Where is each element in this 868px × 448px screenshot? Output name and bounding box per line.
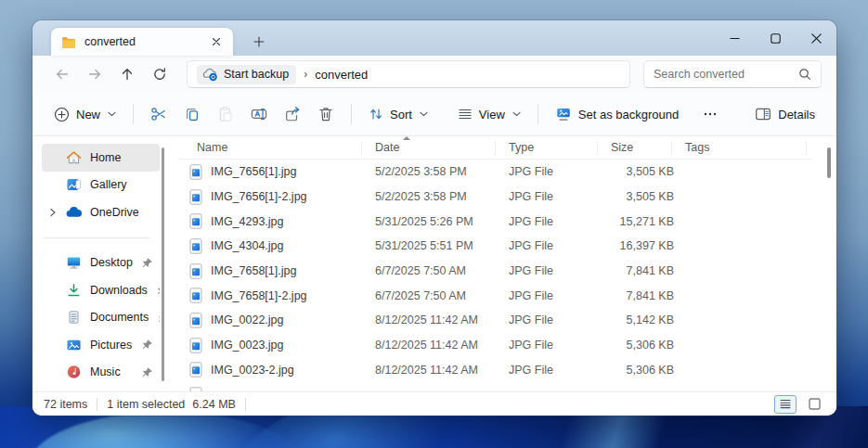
thumbnail-view-toggle[interactable] bbox=[803, 395, 825, 414]
toolbar-separator bbox=[538, 104, 538, 124]
cut-icon bbox=[150, 106, 167, 122]
column-header-date[interactable]: Date bbox=[368, 136, 501, 159]
jpg-file-icon bbox=[189, 189, 202, 205]
refresh-button[interactable] bbox=[145, 60, 174, 88]
copy-button[interactable] bbox=[175, 99, 209, 129]
address-bar[interactable]: Start backup › converted bbox=[187, 60, 630, 88]
command-bar: New Sort View bbox=[32, 93, 836, 136]
file-date-cell: 5/31/2025 5:51 PM bbox=[368, 239, 501, 252]
toolbar-separator bbox=[351, 104, 352, 124]
sidebar-item-onedrive[interactable]: OneDrive bbox=[42, 198, 160, 226]
file-row[interactable]: IMG_0022.jpg8/12/2025 11:42 AMJPG File5,… bbox=[178, 308, 812, 333]
sidebar-item-home[interactable]: Home bbox=[42, 144, 160, 172]
main-area: HomeGalleryOneDriveDesktopDownloadsDocum… bbox=[32, 136, 836, 391]
file-row[interactable]: IMG_0023.jpg8/12/2025 11:42 AMJPG File5,… bbox=[178, 333, 812, 358]
sidebar-item-label: Home bbox=[90, 151, 153, 164]
column-headers: NameDateTypeSizeTags bbox=[178, 136, 812, 160]
column-header-size[interactable]: Size bbox=[603, 136, 678, 159]
onedrive-sync-icon bbox=[202, 68, 218, 82]
file-date-cell: 8/12/2025 11:42 AM bbox=[368, 314, 501, 326]
file-date-cell: 5/31/2025 5:26 PM bbox=[368, 215, 501, 228]
jpg-file-icon bbox=[189, 387, 202, 391]
file-type-cell: JPG File bbox=[501, 165, 603, 178]
list-scrollbar[interactable] bbox=[827, 142, 831, 365]
tab-close-icon[interactable] bbox=[207, 32, 226, 51]
sidebar: HomeGalleryOneDriveDesktopDownloadsDocum… bbox=[32, 136, 160, 391]
sort-button[interactable]: Sort bbox=[360, 100, 436, 128]
up-button[interactable] bbox=[112, 60, 141, 88]
items-count: 72 items bbox=[44, 398, 87, 411]
column-header-label: Date bbox=[375, 141, 399, 154]
new-tab-button[interactable] bbox=[248, 32, 270, 52]
see-more-button[interactable] bbox=[694, 100, 726, 128]
sort-button-label: Sort bbox=[390, 108, 412, 122]
onedrive-icon bbox=[66, 204, 82, 220]
share-icon bbox=[284, 106, 301, 122]
sidebar-item-downloads[interactable]: Downloads bbox=[42, 276, 160, 304]
ellipsis-icon bbox=[703, 107, 718, 122]
breadcrumb-current[interactable]: converted bbox=[315, 68, 368, 82]
tab-title: converted bbox=[84, 35, 207, 48]
jpg-file-icon bbox=[189, 362, 202, 378]
sidebar-item-gallery[interactable]: Gallery bbox=[42, 172, 160, 199]
onedrive-backup-chip[interactable]: Start backup bbox=[197, 65, 296, 84]
set-background-icon bbox=[555, 106, 572, 122]
close-button[interactable] bbox=[796, 20, 836, 56]
file-type-cell: JPG File bbox=[501, 264, 603, 277]
sidebar-scrollbar-thumb[interactable] bbox=[162, 147, 164, 381]
details-pane-button[interactable]: Details bbox=[746, 99, 823, 129]
file-row[interactable]: IMG_4293.jpg5/31/2025 5:26 PMJPG File15,… bbox=[178, 209, 812, 234]
file-name: IMG_4304.jpg bbox=[211, 239, 284, 252]
search-placeholder: Search converted bbox=[654, 68, 793, 81]
file-row[interactable]: IMG_7658[1].jpg6/7/2025 7:50 AMJPG File7… bbox=[178, 259, 812, 284]
column-header-tags[interactable]: Tags bbox=[678, 136, 812, 159]
forward-button[interactable] bbox=[80, 60, 109, 88]
explorer-tab[interactable]: converted bbox=[51, 28, 233, 56]
search-box[interactable]: Search converted bbox=[643, 60, 822, 88]
sidebar-item-label: Downloads bbox=[90, 284, 148, 297]
sidebar-item-label: Gallery bbox=[90, 178, 153, 191]
file-row[interactable]: IMG_0023-2.jpg8/12/2025 11:42 AMJPG File… bbox=[178, 358, 812, 383]
downloads-icon bbox=[66, 282, 82, 298]
toolbar-separator bbox=[133, 104, 134, 124]
share-button[interactable] bbox=[276, 99, 309, 129]
sidebar-scrollbar[interactable] bbox=[160, 136, 167, 391]
trash-icon bbox=[317, 106, 334, 122]
file-name-cell: IMG_7658[1].jpg bbox=[178, 263, 368, 279]
expand-chevron-icon[interactable] bbox=[49, 208, 57, 217]
sidebar-item-videos[interactable]: Videos bbox=[42, 386, 160, 391]
file-name: IMG_7658[1]-2.jpg bbox=[211, 289, 307, 302]
minimize-button[interactable] bbox=[714, 20, 755, 56]
cut-button[interactable] bbox=[142, 99, 175, 129]
set-as-background-button[interactable]: Set as background bbox=[547, 99, 687, 129]
breadcrumb-chevron-icon: › bbox=[304, 68, 307, 81]
file-type-cell: JPG File bbox=[501, 239, 603, 252]
view-button[interactable]: View bbox=[449, 100, 529, 128]
new-button[interactable]: New bbox=[45, 100, 124, 129]
back-button[interactable] bbox=[47, 60, 76, 88]
column-header-name[interactable]: Name bbox=[178, 136, 368, 159]
details-view-toggle[interactable] bbox=[774, 395, 797, 414]
file-size-cell: 3,505 KB bbox=[603, 165, 678, 178]
file-row[interactable]: IMG_7656[1]-2.jpg5/2/2025 3:58 PMJPG Fil… bbox=[178, 185, 812, 210]
sidebar-item-label: OneDrive bbox=[90, 206, 153, 219]
sidebar-item-documents[interactable]: Documents bbox=[42, 304, 160, 332]
paste-button[interactable] bbox=[209, 99, 242, 129]
file-row[interactable]: IMG_7658[1]-2.jpg6/7/2025 7:50 AMJPG Fil… bbox=[178, 283, 812, 308]
list-scrollbar-thumb[interactable] bbox=[827, 147, 831, 178]
maximize-button[interactable] bbox=[755, 20, 796, 56]
music-icon bbox=[66, 365, 82, 380]
column-header-type[interactable]: Type bbox=[501, 136, 603, 159]
sidebar-item-desktop[interactable]: Desktop bbox=[42, 250, 160, 277]
sidebar-item-pictures[interactable]: Pictures bbox=[42, 331, 160, 359]
rename-button[interactable] bbox=[242, 99, 276, 129]
file-row[interactable]: IMG_4304.jpg5/31/2025 5:51 PMJPG File16,… bbox=[178, 234, 812, 259]
file-size-cell: 5,306 KB bbox=[603, 339, 678, 352]
file-row[interactable] bbox=[178, 382, 812, 391]
file-name: IMG_0023-2.jpg bbox=[211, 364, 294, 377]
file-size-cell: 16,397 KB bbox=[603, 239, 678, 252]
delete-button[interactable] bbox=[309, 99, 343, 129]
file-row[interactable]: IMG_7656[1].jpg5/2/2025 3:58 PMJPG File3… bbox=[178, 160, 812, 185]
file-name: IMG_7656[1].jpg bbox=[211, 165, 296, 178]
sidebar-item-music[interactable]: Music bbox=[42, 359, 160, 387]
